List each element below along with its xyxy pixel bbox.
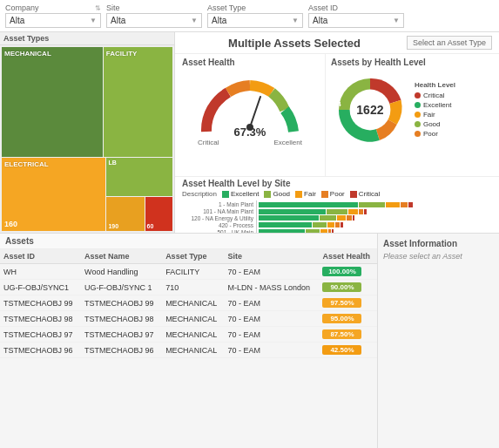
cell-type: MECHANICAL [162, 343, 224, 358]
legend-dot-fair [415, 112, 421, 118]
donut-center-value: 1622 [356, 104, 383, 116]
legend-dot-excellent [415, 102, 421, 108]
bar-y-axis: 1 - Main Plant 101 - NA Main Plant 120 -… [182, 200, 256, 233]
treemap-area: Asset Types MECHANICAL FACILITY ELECTRIC… [0, 32, 174, 233]
legend-bar-good: Good [264, 190, 290, 198]
treemap-facility[interactable]: FACILITY [104, 47, 172, 157]
gauge-chart: 67.3% [198, 71, 302, 140]
dashboard-title: Multiple Assets Selected [182, 37, 407, 50]
asset-info-title: Asset Information [383, 239, 494, 248]
select-asset-button[interactable]: Select an Asset Type [407, 36, 492, 50]
site-filter: Site Alta ▼ [106, 3, 202, 28]
sort-icon: ⇅ [95, 4, 101, 12]
cell-id: TSTMECHAOBJ 99 [0, 295, 81, 311]
main-content: Asset Types MECHANICAL FACILITY ELECTRIC… [0, 32, 499, 448]
table-row[interactable]: TSTMECHAOBJ 96 TSTMECHAOBJ 96 MECHANICAL… [0, 343, 377, 358]
cell-health: 100.00% [319, 264, 377, 280]
cell-type: 710 [162, 280, 224, 295]
treemap-190[interactable]: 190 [106, 197, 144, 232]
cell-name: TSTMECHAOBJ 98 [81, 311, 162, 327]
col-asset-type[interactable]: Asset Type [162, 249, 224, 264]
legend-bar-excellent: Excellent [222, 190, 259, 198]
treemap-mechanical[interactable]: MECHANICAL [2, 47, 103, 157]
gauge-container: Asset Health 67. [175, 54, 326, 176]
cell-health: 42.50% [319, 343, 377, 358]
treemap-electrical[interactable]: ELECTRICAL 160 [2, 158, 105, 231]
company-select[interactable]: Alta ▼ [5, 13, 101, 28]
company-arrow-icon: ▼ [90, 17, 97, 24]
donut-legend-title: Health Level [415, 81, 455, 89]
legend-bar-fair: Fair [295, 190, 316, 198]
table-row[interactable]: UG-F-OBJ/SYNC1 UG-F-OBJ/SYNC 1 710 M-LDN… [0, 280, 377, 295]
cell-name: TSTMECHAOBJ 96 [81, 343, 162, 358]
legend-good: Good [415, 120, 455, 128]
legend-bar-poor: Poor [321, 190, 345, 198]
cell-health: 97.50% [319, 295, 377, 311]
treemap-red[interactable]: 60 [145, 197, 172, 232]
assets-table: Asset ID Asset Name Asset Type Site Asse… [0, 249, 377, 358]
bar-row-0 [259, 202, 490, 207]
cell-name: UG-F-OBJ/SYNC 1 [81, 280, 162, 295]
legend-fair: Fair [415, 111, 455, 119]
asset-type-label: Asset Type [207, 3, 303, 12]
donut-chart: 1622 658 153 155 573 384 [331, 71, 409, 149]
treemap-lb[interactable]: LB [106, 158, 172, 196]
legend-bar-critical: Critical [350, 190, 380, 198]
cell-site: 70 - EAM [224, 343, 319, 358]
asset-type-select[interactable]: Alta ▼ [207, 13, 303, 28]
cell-site: M-LDN - MASS London [224, 280, 319, 295]
legend-dot-poor [415, 131, 421, 137]
cell-name: Wood Handling [81, 264, 162, 280]
cell-health: 95.00% [319, 311, 377, 327]
treemap-title: Asset Types [0, 32, 174, 45]
asset-info-message: Please select an Asset [383, 252, 494, 261]
cell-id: UG-F-OBJ/SYNC1 [0, 280, 81, 295]
bar-row-1 [259, 209, 490, 214]
col-asset-health[interactable]: Asset Health [319, 249, 377, 264]
legend-dot-critical [415, 92, 421, 98]
col-asset-name[interactable]: Asset Name [81, 249, 162, 264]
dashboard-header: Multiple Assets Selected Select an Asset… [175, 32, 499, 54]
table-row[interactable]: WH Wood Handling FACILITY 70 - EAM 100.0… [0, 264, 377, 280]
donut-container: Assets by Health Level [326, 54, 499, 176]
site-label: Site [106, 3, 202, 12]
cell-id: TSTMECHAOBJ 97 [0, 327, 81, 343]
bar-row-2 [259, 215, 490, 221]
cell-type: FACILITY [162, 264, 224, 280]
cell-health: 90.00% [319, 280, 377, 295]
cell-id: WH [0, 264, 81, 280]
table-wrapper: Asset ID Asset Name Asset Type Site Asse… [0, 249, 377, 448]
assets-table-area: Assets Asset ID Asset Name Asset Type Si… [0, 234, 377, 448]
cell-site: 70 - EAM [224, 311, 319, 327]
table-row[interactable]: TSTMECHAOBJ 98 TSTMECHAOBJ 98 MECHANICAL… [0, 311, 377, 327]
filter-bar: Company ⇅ Alta ▼ Site Alta ▼ Asset Type … [0, 0, 499, 32]
col-asset-id[interactable]: Asset ID [0, 249, 81, 264]
cell-name: TSTMECHAOBJ 99 [81, 295, 162, 311]
table-row[interactable]: TSTMECHAOBJ 99 TSTMECHAOBJ 99 MECHANICAL… [0, 295, 377, 311]
col-site[interactable]: Site [224, 249, 319, 264]
company-label: Company ⇅ [5, 3, 101, 12]
gauge-percent: 67.3% [234, 126, 266, 139]
table-row[interactable]: TSTMECHAOBJ 97 TSTMECHAOBJ 97 MECHANICAL… [0, 327, 377, 343]
donut-label-573: 573 [335, 136, 346, 142]
asset-type-filter: Asset Type Alta ▼ [207, 3, 303, 28]
assets-title: Assets [0, 234, 377, 249]
bar-row-3 [259, 222, 490, 227]
site-arrow-icon: ▼ [191, 17, 198, 24]
asset-id-select[interactable]: Alta ▼ [308, 13, 404, 28]
legend-poor: Poor [415, 130, 455, 138]
asset-id-filter: Asset ID Alta ▼ [308, 3, 404, 28]
donut-legend: Health Level Critical Excellent [415, 81, 455, 139]
asset-id-label: Asset ID [308, 3, 404, 12]
donut-label-153: 153 [397, 86, 408, 92]
donut-label-155: 155 [392, 134, 402, 140]
cell-site: 70 - EAM [224, 264, 319, 280]
upper-section: Asset Types MECHANICAL FACILITY ELECTRIC… [0, 32, 499, 233]
cell-site: 70 - EAM [224, 327, 319, 343]
site-select[interactable]: Alta ▼ [106, 13, 202, 28]
asset-id-arrow-icon: ▼ [393, 17, 400, 24]
cell-id: TSTMECHAOBJ 96 [0, 343, 81, 358]
gauge-title: Asset Health [182, 58, 318, 67]
cell-id: TSTMECHAOBJ 98 [0, 311, 81, 327]
cell-health: 87.50% [319, 327, 377, 343]
